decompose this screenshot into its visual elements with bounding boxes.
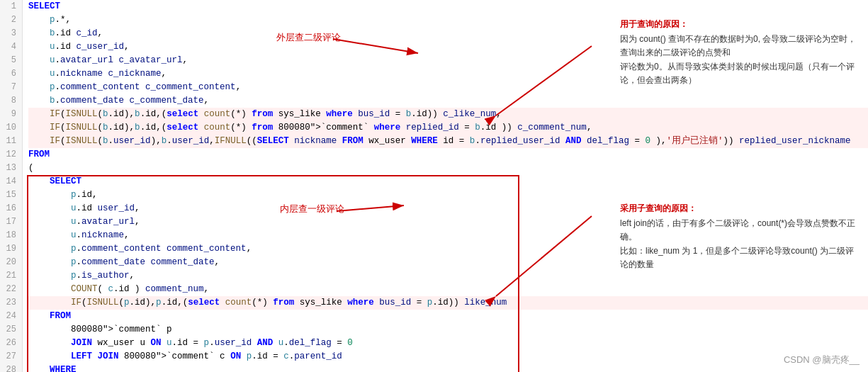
code-line: ( (28, 162, 868, 175)
code-line: SELECT (28, 0, 868, 13)
line-number: 20 (6, 256, 16, 269)
line-number: 15 (6, 188, 16, 202)
code-line: IF(ISNULL(b.id),b.id,(select count(*) fr… (28, 108, 868, 121)
line-number: 18 (6, 229, 16, 242)
line-number: 22 (6, 283, 16, 296)
code-line: b.comment_date c_comment_date, (28, 94, 868, 108)
line-number: 24 (6, 310, 16, 323)
line-number: 1 (6, 0, 16, 13)
line-number: 6 (6, 67, 16, 81)
code-line: IF(ISNULL(b.user_id),b.user_id,IFNULL((S… (28, 135, 868, 148)
line-number: 2 (6, 13, 16, 27)
code-line: FROM (28, 148, 868, 162)
code-line: FROM (28, 310, 868, 323)
code-line: IF(ISNULL(b.id),b.id,(select count(*) fr… (28, 121, 868, 135)
code-line: WHERE (28, 363, 868, 372)
line-number: 28 (6, 363, 16, 372)
line-number: 27 (6, 350, 16, 363)
editor-container: 1234567891011121314151617181920212223242… (0, 0, 868, 372)
code-line: COUNT( c.id ) comment_num, (28, 283, 868, 296)
code-line: JOIN wx_user u ON u.id = p.user_id AND u… (28, 337, 868, 350)
line-number: 9 (6, 108, 16, 121)
code-line: 800080">`comment` p (28, 323, 868, 337)
line-number: 25 (6, 323, 16, 337)
line-number: 19 (6, 242, 16, 256)
line-number: 21 (6, 269, 16, 283)
reason2-body: left join的话，由于有多个二级评论，count(*)会导致点赞数不正确。… (620, 217, 861, 271)
code-line: p.id, (28, 188, 868, 202)
code-line: SELECT (28, 175, 868, 188)
line-number: 4 (6, 40, 16, 54)
line-number: 3 (6, 27, 16, 40)
reason2-title: 采用子查询的原因： (620, 202, 861, 215)
line-number: 11 (6, 135, 16, 148)
line-numbers: 1234567891011121314151617181920212223242… (0, 0, 23, 372)
line-number: 23 (6, 296, 16, 310)
line-number: 14 (6, 175, 16, 188)
line-number: 10 (6, 121, 16, 135)
line-number: 16 (6, 202, 16, 215)
line-number: 8 (6, 94, 16, 108)
reason1-annotation: 用于查询的原因： 因为 count() 查询不存在的数据时为0, 会导致二级评论… (620, 18, 861, 87)
line-number: 13 (6, 162, 16, 175)
reason2-annotation: 采用子查询的原因： left join的话，由于有多个二级评论，count(*)… (620, 202, 861, 271)
line-number: 17 (6, 215, 16, 229)
reason1-body: 因为 count() 查询不存在的数据时为0, 会导致二级评论为空时，查询出来的… (620, 33, 861, 87)
code-line: IF(ISNULL(p.id),p.id,(select count(*) fr… (28, 296, 868, 310)
line-number: 5 (6, 54, 16, 67)
line-number: 26 (6, 337, 16, 350)
line-number: 12 (6, 148, 16, 162)
reason1-title: 用于查询的原因： (620, 18, 861, 31)
line-number: 7 (6, 81, 16, 94)
watermark: CSDN @脑壳疼__ (784, 354, 859, 366)
code-line: LEFT JOIN 800080">`comment` c ON p.id = … (28, 350, 868, 363)
